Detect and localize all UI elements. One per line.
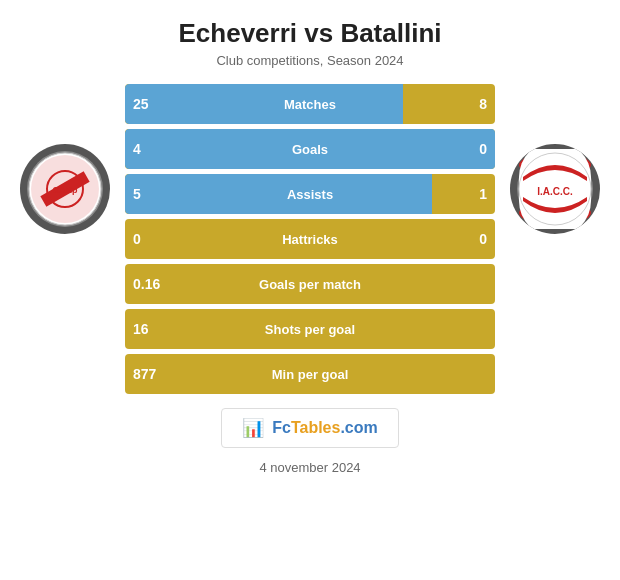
stat-row-matches: 25Matches8 <box>125 84 495 124</box>
stat-center-shots-per-goal: Shots per goal <box>265 322 355 337</box>
stat-left-min-per-goal: 877 <box>133 366 156 382</box>
page-title: Echeverri vs Batallini <box>178 18 441 49</box>
stat-row-assists: 5Assists1 <box>125 174 495 214</box>
stat-bar-hattricks: 0Hattricks0 <box>125 219 495 259</box>
stat-center-hattricks: Hattricks <box>282 232 338 247</box>
fctables-banner: 📊 FcTables.com <box>221 408 399 448</box>
stat-bar-goals-per-match: 0.16Goals per match <box>125 264 495 304</box>
stat-row-goals: 4Goals0 <box>125 129 495 169</box>
stat-bar-min-per-goal: 877Min per goal <box>125 354 495 394</box>
stat-row-goals-per-match: 0.16Goals per match <box>125 264 495 304</box>
stat-center-min-per-goal: Min per goal <box>272 367 349 382</box>
stat-left-hattricks: 0 <box>133 231 141 247</box>
svg-text:I.A.C.C.: I.A.C.C. <box>537 186 573 197</box>
stats-rows: 25Matches84Goals05Assists10Hattricks00.1… <box>125 84 495 394</box>
stat-bar-matches: 25Matches8 <box>125 84 495 124</box>
fctables-text: FcTables.com <box>272 419 378 437</box>
page-wrapper: Echeverri vs Batallini Club competitions… <box>0 0 620 580</box>
stat-center-assists: Assists <box>287 187 333 202</box>
date-footer: 4 november 2024 <box>259 460 360 475</box>
stat-left-shots-per-goal: 16 <box>133 321 149 337</box>
stat-bar-assists: 5Assists1 <box>125 174 495 214</box>
stat-right-hattricks: 0 <box>479 231 487 247</box>
stat-left-assists: 5 <box>133 186 141 202</box>
logo-left: CARp <box>20 144 110 234</box>
stat-center-goals: Goals <box>292 142 328 157</box>
stat-row-min-per-goal: 877Min per goal <box>125 354 495 394</box>
stat-right-matches: 8 <box>479 96 487 112</box>
svg-text:CARp: CARp <box>53 185 78 195</box>
stat-bar-goals: 4Goals0 <box>125 129 495 169</box>
stat-row-shots-per-goal: 16Shots per goal <box>125 309 495 349</box>
stat-left-goals: 4 <box>133 141 141 157</box>
stat-right-assists: 1 <box>479 186 487 202</box>
stat-bar-shots-per-goal: 16Shots per goal <box>125 309 495 349</box>
stat-left-matches: 25 <box>133 96 149 112</box>
logo-right: I.A.C.C. <box>510 144 600 234</box>
comparison-area: CARp I.A.C.C. <box>20 84 600 394</box>
stat-center-goals-per-match: Goals per match <box>259 277 361 292</box>
stat-center-matches: Matches <box>284 97 336 112</box>
stat-right-goals: 0 <box>479 141 487 157</box>
stat-left-goals-per-match: 0.16 <box>133 276 160 292</box>
stat-row-hattricks: 0Hattricks0 <box>125 219 495 259</box>
fctables-icon: 📊 <box>242 417 264 439</box>
page-subtitle: Club competitions, Season 2024 <box>216 53 403 68</box>
